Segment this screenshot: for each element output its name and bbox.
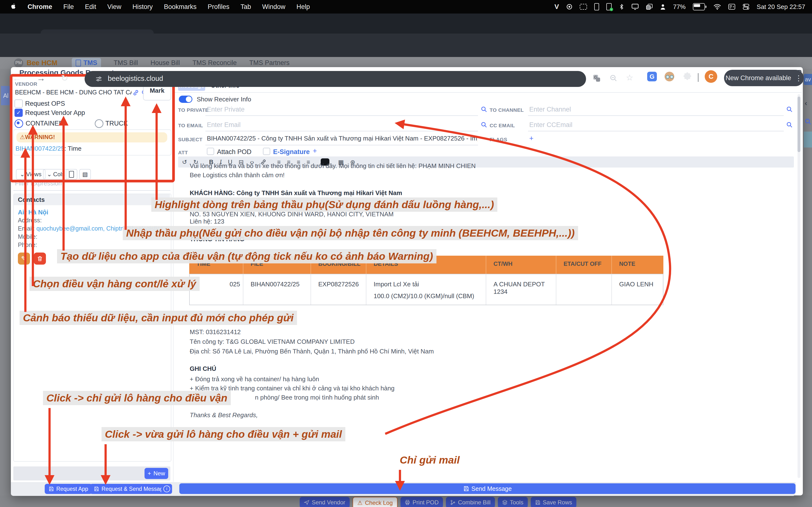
display-icon[interactable]	[631, 4, 639, 10]
zoom-out-icon[interactable]	[609, 74, 618, 82]
collapse-chevron-icon[interactable]: ‹	[805, 99, 807, 107]
menu-view[interactable]: View	[107, 3, 121, 11]
site-avatar[interactable]: PM	[14, 58, 23, 68]
cols-dropdown[interactable]: ⌄Cols	[43, 169, 69, 180]
to-private-search-icon[interactable]	[480, 106, 488, 113]
url-text[interactable]: beelogistics.cloud	[108, 74, 163, 82]
request-ops-checkbox[interactable]	[14, 100, 23, 108]
contact-name-link[interactable]: Air Hà Nội	[18, 209, 48, 216]
cc-email-search-icon[interactable]	[786, 121, 793, 128]
undo-icon[interactable]: ↺	[182, 159, 187, 166]
record-icon[interactable]	[566, 4, 572, 10]
site-settings-icon[interactable]	[95, 75, 102, 82]
bluetooth-icon[interactable]	[619, 3, 624, 10]
chrome-update-button[interactable]: New Chrome available ⋮	[724, 70, 804, 86]
send-vendor-button[interactable]: Send Vendor	[300, 497, 350, 507]
combine-bill-label: Combine Bill	[458, 499, 491, 506]
filter-expression-input[interactable]: Filter Expression	[15, 180, 62, 187]
menu-history[interactable]: History	[133, 3, 153, 11]
subject-value[interactable]: BIHAN007422/25 - Công ty TNHH Sản xuất v…	[207, 135, 477, 142]
browser-menu-icon[interactable]: ⋮	[795, 74, 802, 82]
new-button[interactable]: +New	[145, 468, 168, 479]
menu-bookmarks[interactable]: Bookmarks	[164, 3, 197, 11]
nav-tab-tms-partners[interactable]: TMS Partners	[249, 59, 290, 67]
to-private-input[interactable]: Enter Private	[207, 106, 245, 113]
control-center-icon[interactable]	[743, 4, 749, 10]
pencil-icon: ✎	[21, 255, 27, 263]
profile-avatar[interactable]: C	[705, 70, 717, 83]
menu-window[interactable]: Window	[262, 3, 286, 11]
page-left-pill-fragment[interactable]: Al	[1, 86, 11, 105]
dialog-scrollbar-thumb[interactable]	[798, 97, 800, 152]
screen: Chrome File Edit View History Bookmarks …	[0, 0, 812, 507]
views-dropdown[interactable]: ⌄Views	[16, 169, 45, 180]
apple-icon[interactable]	[10, 3, 16, 10]
stage-manager-icon[interactable]	[646, 4, 653, 10]
cell-note: GIAO LENH	[611, 274, 663, 305]
esignature-checkbox[interactable]	[263, 148, 270, 155]
to-email-input[interactable]: Enter Email	[207, 121, 241, 129]
request-app-button[interactable]: Request App	[45, 484, 92, 494]
flags-add-button[interactable]: +	[529, 134, 534, 143]
google-translate-extension-icon[interactable]: G	[647, 72, 657, 81]
request-send-message-button[interactable]: Request & Send Message	[90, 484, 170, 494]
translate-page-icon[interactable]: G	[593, 74, 601, 82]
page-search-icon[interactable]	[804, 118, 812, 125]
vendor-value[interactable]: BEEHCM - BEE HCM - DUNG CHO TAT CA CAC V…	[15, 89, 132, 96]
info-button[interactable]: i	[161, 484, 172, 494]
truck-radio[interactable]	[95, 119, 103, 128]
bookmark-star-icon[interactable]: ☆	[626, 73, 633, 82]
edit-contact-button[interactable]: ✎	[18, 252, 30, 265]
forward-button[interactable]: →	[37, 73, 45, 83]
combine-bill-button[interactable]: Combine Bill	[446, 497, 495, 507]
spotlight-menu-icon[interactable]	[728, 4, 735, 10]
screenshot-icon[interactable]	[580, 4, 587, 10]
vendor-link-icon[interactable]	[133, 89, 139, 96]
send-message-button[interactable]: Send Message	[179, 483, 796, 494]
to-channel-search-icon[interactable]	[786, 106, 793, 113]
menu-tab[interactable]: Tab	[241, 3, 251, 11]
avatar-extension-icon[interactable]	[665, 72, 674, 81]
request-vendor-app-checkbox[interactable]: ✓	[14, 109, 23, 117]
menubar-clock[interactable]: Sat 20 Sep 22:57	[757, 3, 805, 11]
battery-percent: 77%	[673, 3, 686, 11]
nav-tab-tms-bill[interactable]: TMS Bill	[114, 59, 138, 67]
save-rows-button[interactable]: Save Rows	[531, 497, 576, 507]
warning-shipment-link[interactable]: BIHAN007422/25	[15, 145, 64, 152]
show-receiver-toggle[interactable]	[179, 96, 192, 103]
reload-button[interactable]: ↻	[61, 73, 68, 83]
to-email-search-icon[interactable]	[480, 121, 488, 128]
phone-mirroring-icon[interactable]	[594, 3, 599, 10]
device-check-icon[interactable]: ✓	[606, 3, 612, 10]
print-pod-button[interactable]: Print POD	[400, 497, 443, 507]
menu-chrome[interactable]: Chrome	[28, 3, 52, 11]
container-radio[interactable]	[14, 119, 23, 128]
user-status-icon[interactable]	[660, 4, 666, 10]
att-add-button[interactable]: +	[313, 147, 317, 155]
package-view-button[interactable]: ▧	[79, 169, 91, 180]
site-brand[interactable]: Bee HCM	[27, 59, 57, 67]
menu-file[interactable]: File	[63, 3, 74, 11]
attach-pod-checkbox[interactable]	[207, 148, 214, 155]
nav-tab-tms[interactable]: TMS	[72, 58, 101, 68]
menu-edit[interactable]: Edit	[85, 3, 96, 11]
page-right-button-fragment[interactable]: av	[804, 74, 812, 85]
menu-help[interactable]: Help	[297, 3, 310, 11]
delete-contact-button[interactable]	[34, 252, 46, 265]
back-button[interactable]: ←	[12, 73, 21, 83]
body-mst-line: MST: 0316231412	[190, 328, 241, 336]
to-channel-input[interactable]: Enter Channel	[529, 106, 571, 113]
menu-profiles[interactable]: Profiles	[208, 3, 230, 11]
tools-button[interactable]: Tools	[498, 497, 528, 507]
warning-banner: ⚠WARNING!	[16, 132, 167, 143]
extensions-puzzle-icon[interactable]	[682, 72, 692, 81]
address-bar[interactable]: beelogistics.cloud	[85, 71, 586, 87]
mobile-view-button[interactable]	[66, 169, 77, 180]
check-log-button[interactable]: ⚠Check Log	[353, 497, 398, 507]
cc-email-input[interactable]: Enter CCEmail	[529, 121, 572, 129]
nav-tab-tms-reconcile[interactable]: TMS Reconcile	[192, 59, 237, 67]
v-status-icon[interactable]: V	[554, 3, 559, 11]
checkmark: ✓	[16, 110, 21, 116]
wifi-icon[interactable]	[714, 4, 721, 10]
nav-tab-house-bill[interactable]: House Bill	[151, 59, 180, 67]
